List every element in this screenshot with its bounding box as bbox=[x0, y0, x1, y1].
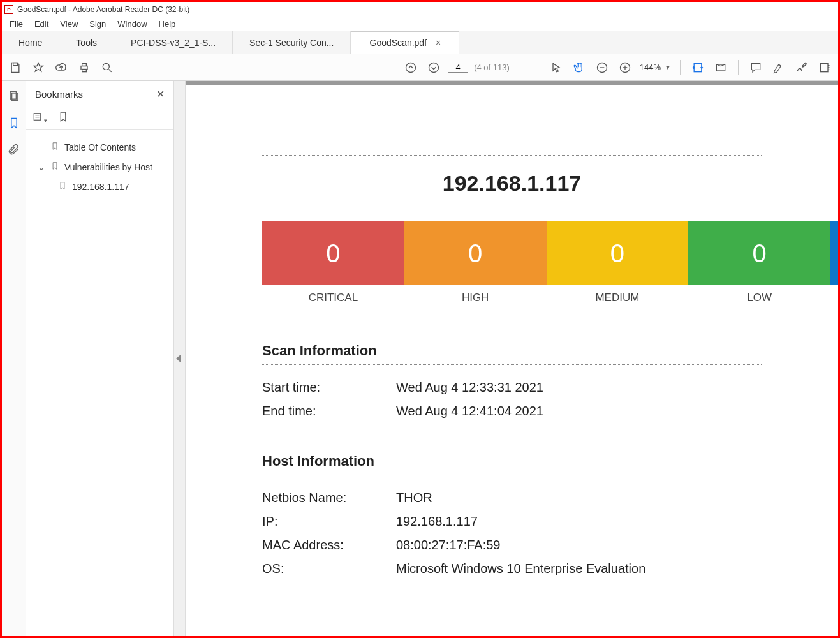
document-viewport[interactable]: 192.168.1.117 0 0 0 0 CRITICAL HIGH MEDI… bbox=[186, 81, 838, 636]
close-panel-icon[interactable]: ✕ bbox=[156, 88, 165, 100]
bookmark-label: Vulnerabilities by Host bbox=[64, 162, 152, 172]
severity-labels: CRITICAL HIGH MEDIUM LOW bbox=[262, 292, 838, 304]
menu-edit[interactable]: Edit bbox=[29, 18, 54, 30]
severity-bar: 0 0 0 0 bbox=[262, 221, 838, 285]
search-icon[interactable] bbox=[99, 59, 115, 76]
severity-low-count: 0 bbox=[688, 221, 830, 285]
zoom-out-icon[interactable] bbox=[594, 59, 610, 76]
scan-end-value: Wed Aug 4 12:41:04 2021 bbox=[396, 404, 543, 419]
tab-doc-0[interactable]: PCI-DSS-v3_2_1-S... bbox=[114, 31, 233, 54]
cloud-upload-icon[interactable] bbox=[53, 59, 70, 76]
svg-point-4 bbox=[103, 63, 109, 70]
scan-start-row: Start time: Wed Aug 4 12:33:31 2021 bbox=[262, 380, 762, 395]
scan-info-heading: Scan Information bbox=[262, 343, 762, 359]
select-tool-icon[interactable] bbox=[548, 59, 564, 76]
page-number-input[interactable] bbox=[448, 63, 468, 73]
mac-row: MAC Address: 08:00:27:17:FA:59 bbox=[262, 538, 762, 553]
panel-divider[interactable] bbox=[174, 81, 186, 636]
scan-end-row: End time: Wed Aug 4 12:41:04 2021 bbox=[262, 404, 762, 419]
chevron-down-icon: ▼ bbox=[665, 64, 671, 71]
zoom-in-icon[interactable] bbox=[617, 59, 633, 76]
page-up-icon[interactable] bbox=[402, 59, 419, 76]
star-icon[interactable] bbox=[30, 59, 47, 76]
svg-rect-2 bbox=[82, 63, 87, 66]
tab-tools-label: Tools bbox=[76, 38, 97, 48]
netbios-row: Netbios Name: THOR bbox=[262, 491, 762, 505]
ip-value: 192.168.1.117 bbox=[396, 514, 478, 529]
severity-medium-count: 0 bbox=[547, 221, 689, 285]
os-value: Microsoft Windows 10 Enterprise Evaluati… bbox=[396, 561, 645, 576]
sign-icon[interactable] bbox=[793, 59, 810, 76]
severity-high-count: 0 bbox=[404, 221, 547, 285]
window-titlebar: P GoodScan.pdf - Adobe Acrobat Reader DC… bbox=[2, 2, 838, 17]
rule bbox=[262, 475, 762, 475]
bookmark-icon bbox=[50, 141, 59, 153]
pdf-icon: P bbox=[4, 5, 13, 14]
thumbnails-icon[interactable] bbox=[8, 90, 20, 103]
severity-low-label: LOW bbox=[688, 292, 830, 304]
svg-rect-13 bbox=[11, 93, 17, 101]
bookmark-host-1[interactable]: 192.168.1.117 bbox=[30, 177, 170, 197]
svg-rect-12 bbox=[10, 92, 16, 100]
highlight-text-icon[interactable] bbox=[770, 59, 787, 76]
netbios-key: Netbios Name: bbox=[262, 491, 396, 505]
bookmarks-title: Bookmarks bbox=[35, 89, 83, 100]
severity-high-label: HIGH bbox=[404, 292, 547, 304]
zoom-level[interactable]: 144% ▼ bbox=[640, 63, 671, 72]
bookmark-toc[interactable]: Table Of Contents bbox=[30, 137, 170, 157]
mac-value: 08:00:27:17:FA:59 bbox=[396, 538, 500, 553]
close-icon[interactable]: × bbox=[436, 38, 441, 48]
tab-tools[interactable]: Tools bbox=[59, 31, 114, 54]
hand-tool-icon[interactable] bbox=[571, 59, 587, 76]
separator bbox=[738, 60, 739, 75]
left-rail bbox=[2, 81, 26, 636]
svg-rect-0 bbox=[13, 63, 18, 65]
tab-doc-2-label: GoodScan.pdf bbox=[370, 38, 427, 48]
fit-width-icon[interactable] bbox=[689, 59, 706, 76]
bookmarks-toolbar: ▾ bbox=[26, 107, 173, 130]
read-mode-icon[interactable] bbox=[712, 59, 729, 76]
save-icon[interactable] bbox=[7, 59, 24, 76]
chevron-down-icon[interactable]: ⌄ bbox=[38, 162, 45, 172]
menu-window[interactable]: Window bbox=[112, 18, 152, 30]
separator bbox=[680, 60, 681, 75]
tab-home[interactable]: Home bbox=[2, 31, 59, 54]
print-icon[interactable] bbox=[76, 59, 92, 76]
severity-medium-label: MEDIUM bbox=[547, 292, 689, 304]
ip-key: IP: bbox=[262, 514, 396, 529]
severity-critical-count: 0 bbox=[262, 221, 404, 285]
bookmarks-icon[interactable] bbox=[8, 117, 20, 130]
bookmarks-panel: Bookmarks ✕ ▾ Table Of Contents ⌄ Vulner… bbox=[26, 81, 174, 636]
bookmark-icon bbox=[58, 181, 67, 193]
new-bookmark-icon[interactable] bbox=[57, 111, 69, 124]
attachments-icon[interactable] bbox=[8, 144, 20, 156]
host-title: 192.168.1.117 bbox=[186, 171, 838, 196]
tab-doc-2[interactable]: GoodScan.pdf × bbox=[351, 31, 459, 54]
scan-start-key: Start time: bbox=[262, 380, 396, 395]
svg-rect-3 bbox=[82, 69, 87, 71]
scan-start-value: Wed Aug 4 12:33:31 2021 bbox=[396, 380, 543, 395]
content-area: Bookmarks ✕ ▾ Table Of Contents ⌄ Vulner… bbox=[2, 81, 838, 636]
more-tools-icon[interactable] bbox=[816, 59, 833, 76]
svg-rect-11 bbox=[820, 63, 828, 71]
netbios-value: THOR bbox=[396, 491, 432, 505]
page-divider bbox=[186, 81, 838, 85]
host-info-heading: Host Information bbox=[262, 453, 762, 470]
bookmark-label: 192.168.1.117 bbox=[72, 182, 129, 192]
tab-doc-1[interactable]: Sec-1 Security Con... bbox=[233, 31, 351, 54]
menu-sign[interactable]: Sign bbox=[84, 18, 111, 30]
os-key: OS: bbox=[262, 561, 396, 576]
rule bbox=[262, 364, 762, 365]
bookmarks-options-icon[interactable]: ▾ bbox=[33, 111, 47, 124]
menu-file[interactable]: File bbox=[4, 18, 28, 30]
page-down-icon[interactable] bbox=[425, 59, 442, 76]
collapse-handle-icon[interactable] bbox=[176, 355, 181, 362]
comment-icon[interactable] bbox=[748, 59, 764, 76]
rule bbox=[262, 155, 762, 156]
bookmarks-tree: Table Of Contents ⌄ Vulnerabilities by H… bbox=[26, 130, 173, 197]
svg-rect-9 bbox=[694, 63, 702, 71]
severity-critical-label: CRITICAL bbox=[262, 292, 404, 304]
menu-help[interactable]: Help bbox=[154, 18, 181, 30]
bookmark-vuln-by-host[interactable]: ⌄ Vulnerabilities by Host bbox=[30, 157, 170, 177]
menu-view[interactable]: View bbox=[55, 18, 83, 30]
